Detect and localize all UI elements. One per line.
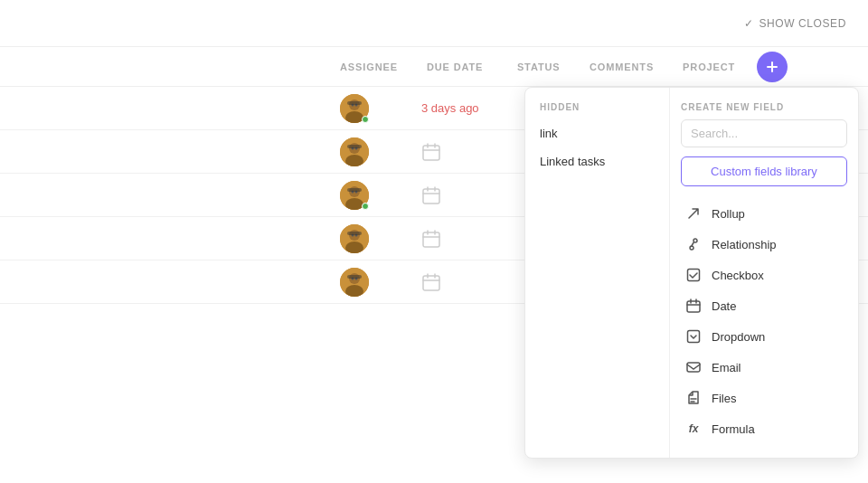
custom-fields-library-button[interactable]: Custom fields library: [681, 156, 847, 186]
col-header-status: STATUS: [503, 62, 575, 72]
svg-rect-32: [347, 275, 362, 279]
field-type-formula-label: Formula: [712, 422, 755, 436]
field-type-checkbox[interactable]: Checkbox: [681, 260, 847, 289]
field-type-files[interactable]: Files: [681, 384, 847, 412]
calendar-icon: [421, 229, 441, 249]
show-closed-toggle[interactable]: ✓ SHOW CLOSED: [744, 17, 846, 30]
formula-icon: fx: [684, 420, 703, 438]
add-column-button[interactable]: [757, 52, 788, 82]
cell-due-date: [407, 229, 497, 249]
svg-rect-11: [347, 145, 362, 148]
col-header-due-date: DUE DATE: [412, 62, 503, 72]
svg-rect-37: [687, 363, 700, 372]
table-header: ASSIGNEE DUE DATE STATUS COMMENTS PROJEC…: [0, 47, 868, 87]
date-icon: [684, 297, 703, 315]
avatar: [340, 224, 369, 253]
field-type-rollup[interactable]: Rollup: [681, 199, 847, 228]
svg-rect-18: [347, 188, 362, 192]
cell-assignee: [326, 181, 407, 210]
field-type-files-label: Files: [712, 392, 736, 405]
field-type-dropdown[interactable]: Dropdown: [681, 322, 847, 351]
field-type-formula[interactable]: fx Formula: [681, 414, 847, 443]
field-search-input[interactable]: [681, 119, 847, 147]
field-type-relationship-label: Relationship: [712, 238, 777, 251]
svg-rect-35: [687, 301, 700, 312]
relationship-icon: [684, 235, 703, 253]
avatar-image: [340, 137, 369, 166]
field-type-list: Rollup Relationship: [681, 199, 847, 443]
email-icon: [684, 358, 703, 376]
avatar: [340, 137, 369, 166]
avatar: [340, 268, 369, 297]
status-dot: [362, 203, 369, 210]
hidden-section-label: HIDDEN: [525, 102, 669, 119]
checkmark-icon: ✓: [744, 17, 754, 30]
svg-rect-5: [347, 101, 362, 105]
calendar-icon: [421, 142, 441, 162]
checkbox-icon: [684, 266, 703, 284]
avatar-wrapper: [340, 94, 369, 123]
dropdown-icon: [684, 327, 703, 346]
avatar-wrapper: [340, 137, 369, 166]
hidden-field-linked-tasks-label: Linked tasks: [540, 155, 605, 168]
field-type-email[interactable]: Email: [681, 353, 847, 382]
svg-rect-33: [423, 276, 439, 290]
cell-assignee: [326, 268, 407, 297]
cell-due-date: [407, 142, 497, 162]
cell-assignee: [326, 137, 407, 166]
svg-rect-19: [423, 189, 439, 204]
field-type-checkbox-label: Checkbox: [712, 269, 764, 282]
status-dot: [362, 116, 369, 123]
column-picker-dropdown: HIDDEN link Linked tasks CREATE NEW FIEL…: [524, 87, 859, 459]
files-icon: [684, 389, 703, 407]
field-type-rollup-label: Rollup: [712, 207, 745, 221]
create-field-panel: CREATE NEW FIELD Custom fields library R…: [670, 88, 858, 458]
col-header-project: PROJECT: [668, 62, 750, 72]
svg-rect-36: [688, 331, 700, 343]
avatar-image: [340, 224, 369, 253]
avatar-image: [340, 268, 369, 297]
svg-rect-12: [423, 146, 439, 160]
cell-due-date: [407, 185, 497, 205]
cell-due-date: [407, 272, 497, 292]
plus-icon: [765, 60, 779, 74]
hidden-fields-panel: HIDDEN link Linked tasks: [525, 88, 670, 458]
field-type-dropdown-label: Dropdown: [712, 330, 765, 344]
avatar-wrapper: [340, 224, 369, 253]
svg-rect-26: [423, 232, 439, 247]
hidden-field-link-label: link: [540, 127, 558, 140]
avatar-wrapper: [340, 268, 369, 297]
field-type-date[interactable]: Date: [681, 291, 847, 320]
field-type-date-label: Date: [712, 299, 736, 313]
cell-due-date: 3 days ago: [407, 101, 497, 115]
rollup-icon: [684, 204, 703, 223]
field-type-email-label: Email: [712, 361, 741, 374]
svg-rect-25: [347, 232, 362, 235]
hidden-field-link[interactable]: link: [525, 119, 669, 147]
avatar-wrapper: [340, 181, 369, 210]
top-bar: ✓ SHOW CLOSED: [0, 0, 868, 47]
cell-assignee: [326, 94, 407, 123]
create-section-label: CREATE NEW FIELD: [681, 102, 847, 112]
show-closed-label: SHOW CLOSED: [759, 17, 846, 30]
calendar-icon: [421, 272, 441, 292]
field-type-relationship[interactable]: Relationship: [681, 230, 847, 259]
col-header-assignee: ASSIGNEE: [326, 62, 412, 72]
cell-assignee: [326, 224, 407, 253]
calendar-icon: [421, 185, 441, 205]
col-header-comments: COMMENTS: [575, 62, 668, 72]
hidden-field-linked-tasks[interactable]: Linked tasks: [525, 147, 669, 175]
